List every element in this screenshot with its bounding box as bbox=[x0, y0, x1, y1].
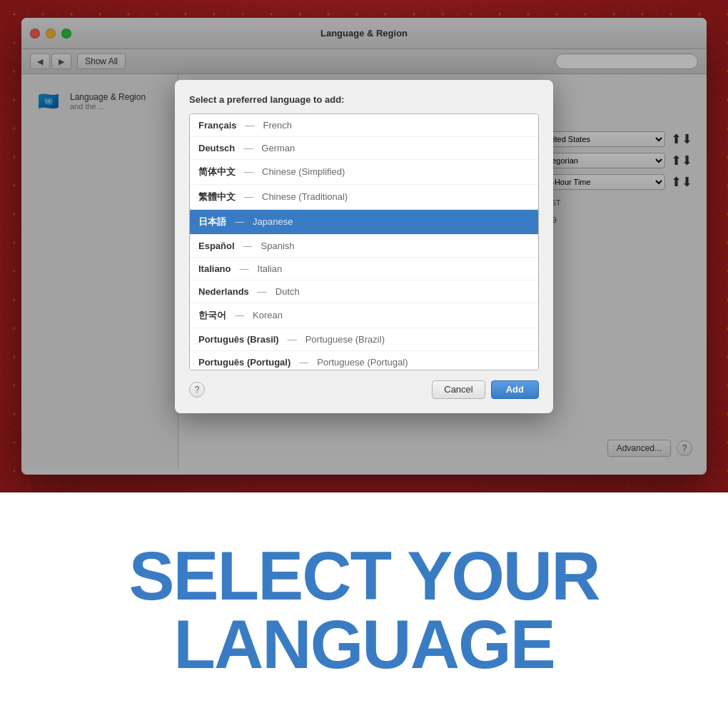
lang-english: Korean bbox=[253, 310, 283, 320]
lang-native: 한국어 bbox=[198, 309, 226, 322]
lang-english: Portuguese (Brazil) bbox=[305, 334, 385, 345]
language-select-list[interactable]: Français — FrenchDeutsch — German简体中文 — … bbox=[189, 113, 539, 370]
lang-separator: — bbox=[245, 120, 254, 131]
lang-native: Português (Brasil) bbox=[198, 334, 279, 345]
lang-native: Nederlands bbox=[198, 286, 249, 297]
lang-english: Dutch bbox=[275, 286, 300, 297]
lang-english: Japanese bbox=[253, 216, 293, 227]
lang-english: French bbox=[263, 120, 291, 131]
mac-window: Language & Region ◀ ▶ Show All 🔍 🇺🇳 Lang… bbox=[21, 18, 707, 475]
lang-separator: — bbox=[235, 310, 244, 320]
lang-option-chinese-(traditional)[interactable]: 繁體中文 — Chinese (Traditional) bbox=[190, 185, 538, 210]
cancel-button[interactable]: Cancel bbox=[432, 380, 485, 399]
lang-separator: — bbox=[243, 241, 253, 251]
lang-option-german[interactable]: Deutsch — German bbox=[190, 137, 538, 160]
lang-separator: — bbox=[243, 143, 253, 153]
modal-dialog: Select a preferred language to add: Fran… bbox=[175, 80, 553, 413]
lang-native: Français bbox=[198, 120, 236, 131]
lang-native: Deutsch bbox=[198, 143, 235, 153]
lang-option-french[interactable]: Français — French bbox=[190, 114, 538, 137]
modal-footer: ? Cancel Add bbox=[189, 380, 539, 399]
lang-option-portuguese-(brazil)[interactable]: Português (Brasil) — Portuguese (Brazil) bbox=[190, 328, 538, 351]
lang-separator: — bbox=[288, 334, 297, 345]
lang-separator: — bbox=[258, 286, 267, 297]
modal-help-button[interactable]: ? bbox=[189, 382, 205, 398]
lang-separator: — bbox=[244, 191, 253, 202]
screenshot-area: Language & Region ◀ ▶ Show All 🔍 🇺🇳 Lang… bbox=[0, 0, 728, 492]
lang-english: Italian bbox=[258, 263, 283, 274]
lang-english: Chinese (Traditional) bbox=[262, 191, 348, 202]
lang-separator: — bbox=[240, 263, 249, 274]
modal-title: Select a preferred language to add: bbox=[189, 94, 539, 105]
lang-option-portuguese-(portugal)[interactable]: Português (Portugal) — Portuguese (Portu… bbox=[190, 351, 538, 370]
modal-overlay: Select a preferred language to add: Fran… bbox=[21, 18, 707, 475]
lang-option-korean[interactable]: 한국어 — Korean bbox=[190, 303, 538, 328]
lang-separator: — bbox=[244, 166, 253, 177]
lang-option-chinese-(simplified)[interactable]: 简体中文 — Chinese (Simplified) bbox=[190, 160, 538, 185]
lang-english: German bbox=[261, 143, 295, 153]
headline-line1: SELECT YOUR bbox=[129, 542, 600, 610]
lang-english: Chinese (Simplified) bbox=[262, 166, 345, 177]
lang-option-italian[interactable]: Italiano — Italian bbox=[190, 258, 538, 280]
lang-native: 简体中文 bbox=[198, 166, 236, 178]
lang-option-dutch[interactable]: Nederlands — Dutch bbox=[190, 280, 538, 303]
modal-action-buttons: Cancel Add bbox=[432, 380, 539, 399]
headline-line2: LANGUAGE bbox=[173, 610, 554, 679]
lang-native: 日本語 bbox=[198, 216, 226, 228]
bottom-area: SELECT YOUR LANGUAGE bbox=[0, 492, 728, 728]
lang-native: Español bbox=[198, 241, 235, 251]
lang-native: 繁體中文 bbox=[198, 191, 236, 203]
lang-separator: — bbox=[235, 216, 244, 227]
lang-option-spanish[interactable]: Español — Spanish bbox=[190, 235, 538, 258]
lang-native: Italiano bbox=[198, 263, 231, 274]
lang-separator: — bbox=[299, 357, 308, 368]
lang-option-japanese[interactable]: 日本語 — Japanese bbox=[190, 210, 538, 235]
add-button[interactable]: Add bbox=[491, 380, 539, 399]
lang-english: Portuguese (Portugal) bbox=[317, 357, 408, 368]
lang-english: Spanish bbox=[261, 241, 295, 251]
lang-native: Português (Portugal) bbox=[198, 357, 290, 368]
